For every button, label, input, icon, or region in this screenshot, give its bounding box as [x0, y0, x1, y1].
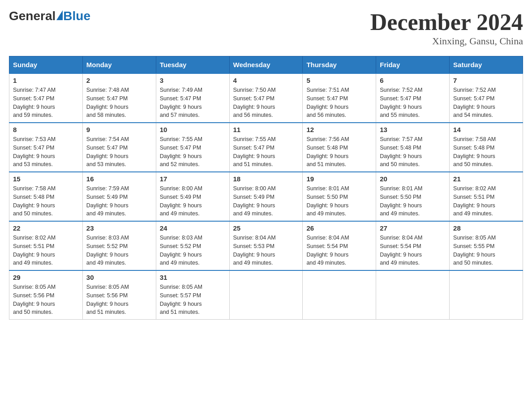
logo-general-text: General	[9, 9, 56, 23]
day-number: 23	[86, 224, 152, 232]
calendar-day-cell: 30 Sunrise: 8:05 AM Sunset: 5:56 PM Dayl…	[82, 270, 156, 320]
day-info: Sunrise: 7:56 AM Sunset: 5:48 PM Dayligh…	[306, 135, 372, 169]
calendar-day-cell: 25 Sunrise: 8:04 AM Sunset: 5:53 PM Dayl…	[229, 221, 303, 270]
day-number: 7	[453, 77, 519, 84]
day-number: 1	[13, 77, 79, 84]
calendar-day-cell: 17 Sunrise: 8:00 AM Sunset: 5:49 PM Dayl…	[156, 172, 229, 221]
calendar-day-cell: 12 Sunrise: 7:56 AM Sunset: 5:48 PM Dayl…	[303, 123, 376, 172]
calendar-day-cell: 19 Sunrise: 8:01 AM Sunset: 5:50 PM Dayl…	[303, 172, 376, 221]
location-title: Xinxing, Gansu, China	[370, 35, 523, 47]
calendar-week-row: 8 Sunrise: 7:53 AM Sunset: 5:47 PM Dayli…	[9, 123, 523, 172]
day-info: Sunrise: 7:54 AM Sunset: 5:47 PM Dayligh…	[86, 135, 152, 169]
day-number: 8	[13, 126, 79, 133]
calendar-day-cell: 2 Sunrise: 7:48 AM Sunset: 5:47 PM Dayli…	[82, 73, 156, 123]
calendar-week-row: 29 Sunrise: 8:05 AM Sunset: 5:56 PM Dayl…	[9, 270, 523, 320]
day-info: Sunrise: 8:02 AM Sunset: 5:51 PM Dayligh…	[13, 234, 79, 267]
day-info: Sunrise: 7:59 AM Sunset: 5:49 PM Dayligh…	[86, 184, 152, 218]
day-info: Sunrise: 7:48 AM Sunset: 5:47 PM Dayligh…	[86, 86, 152, 120]
weekday-header-tuesday: Tuesday	[156, 56, 229, 74]
calendar-day-cell	[376, 270, 450, 320]
day-info: Sunrise: 8:03 AM Sunset: 5:52 PM Dayligh…	[160, 234, 226, 267]
calendar-week-row: 15 Sunrise: 7:58 AM Sunset: 5:48 PM Dayl…	[9, 172, 523, 221]
day-number: 29	[13, 274, 79, 281]
logo-blue-part: Blue	[56, 9, 90, 23]
logo-triangle-icon	[56, 10, 63, 20]
logo-blue-text: Blue	[63, 9, 90, 23]
calendar-day-cell: 26 Sunrise: 8:04 AM Sunset: 5:54 PM Dayl…	[303, 221, 376, 270]
month-title: December 2024	[370, 9, 523, 35]
day-number: 3	[160, 77, 226, 84]
day-number: 6	[380, 77, 446, 84]
calendar-day-cell: 1 Sunrise: 7:47 AM Sunset: 5:47 PM Dayli…	[9, 73, 83, 123]
day-info: Sunrise: 8:01 AM Sunset: 5:50 PM Dayligh…	[380, 184, 446, 218]
calendar-day-cell: 6 Sunrise: 7:52 AM Sunset: 5:47 PM Dayli…	[376, 73, 450, 123]
day-info: Sunrise: 7:57 AM Sunset: 5:48 PM Dayligh…	[380, 135, 446, 169]
calendar-header-row: SundayMondayTuesdayWednesdayThursdayFrid…	[9, 56, 523, 74]
day-number: 5	[306, 77, 372, 84]
day-number: 10	[160, 126, 226, 133]
day-number: 25	[233, 224, 299, 232]
weekday-header-sunday: Sunday	[9, 56, 83, 74]
calendar-day-cell: 4 Sunrise: 7:50 AM Sunset: 5:47 PM Dayli…	[229, 73, 303, 123]
calendar-day-cell	[450, 270, 523, 320]
day-number: 9	[86, 126, 152, 133]
calendar-day-cell	[229, 270, 303, 320]
title-section: December 2024 Xinxing, Gansu, China	[370, 9, 523, 47]
day-number: 13	[380, 126, 446, 133]
calendar-day-cell: 28 Sunrise: 8:05 AM Sunset: 5:55 PM Dayl…	[450, 221, 523, 270]
day-number: 12	[306, 126, 372, 133]
day-info: Sunrise: 8:05 AM Sunset: 5:55 PM Dayligh…	[453, 234, 519, 267]
day-info: Sunrise: 8:04 AM Sunset: 5:54 PM Dayligh…	[306, 234, 372, 267]
day-info: Sunrise: 7:52 AM Sunset: 5:47 PM Dayligh…	[380, 86, 446, 120]
day-info: Sunrise: 7:47 AM Sunset: 5:47 PM Dayligh…	[13, 86, 79, 120]
day-info: Sunrise: 8:03 AM Sunset: 5:52 PM Dayligh…	[86, 234, 152, 267]
calendar-day-cell: 14 Sunrise: 7:58 AM Sunset: 5:48 PM Dayl…	[450, 123, 523, 172]
day-number: 4	[233, 77, 299, 84]
day-number: 31	[160, 274, 226, 281]
day-info: Sunrise: 8:05 AM Sunset: 5:57 PM Dayligh…	[160, 283, 226, 317]
calendar-day-cell: 9 Sunrise: 7:54 AM Sunset: 5:47 PM Dayli…	[82, 123, 156, 172]
weekday-header-friday: Friday	[376, 56, 450, 74]
calendar-day-cell: 31 Sunrise: 8:05 AM Sunset: 5:57 PM Dayl…	[156, 270, 229, 320]
day-number: 14	[453, 126, 519, 133]
day-info: Sunrise: 8:00 AM Sunset: 5:49 PM Dayligh…	[233, 184, 299, 218]
day-info: Sunrise: 8:04 AM Sunset: 5:53 PM Dayligh…	[233, 234, 299, 267]
day-info: Sunrise: 8:04 AM Sunset: 5:54 PM Dayligh…	[380, 234, 446, 267]
day-number: 27	[380, 224, 446, 232]
day-info: Sunrise: 8:01 AM Sunset: 5:50 PM Dayligh…	[306, 184, 372, 218]
day-info: Sunrise: 7:49 AM Sunset: 5:47 PM Dayligh…	[160, 86, 226, 120]
day-info: Sunrise: 7:58 AM Sunset: 5:48 PM Dayligh…	[453, 135, 519, 169]
day-info: Sunrise: 7:52 AM Sunset: 5:47 PM Dayligh…	[453, 86, 519, 120]
day-number: 30	[86, 274, 152, 281]
day-number: 18	[233, 175, 299, 183]
calendar-day-cell: 27 Sunrise: 8:04 AM Sunset: 5:54 PM Dayl…	[376, 221, 450, 270]
day-number: 26	[306, 224, 372, 232]
calendar-day-cell: 20 Sunrise: 8:01 AM Sunset: 5:50 PM Dayl…	[376, 172, 450, 221]
day-number: 21	[453, 175, 519, 183]
day-number: 22	[13, 224, 79, 232]
calendar-day-cell: 3 Sunrise: 7:49 AM Sunset: 5:47 PM Dayli…	[156, 73, 229, 123]
day-number: 19	[306, 175, 372, 183]
day-number: 2	[86, 77, 152, 84]
calendar-day-cell: 10 Sunrise: 7:55 AM Sunset: 5:47 PM Dayl…	[156, 123, 229, 172]
day-info: Sunrise: 8:05 AM Sunset: 5:56 PM Dayligh…	[86, 283, 152, 317]
day-info: Sunrise: 8:05 AM Sunset: 5:56 PM Dayligh…	[13, 283, 79, 317]
calendar-day-cell: 8 Sunrise: 7:53 AM Sunset: 5:47 PM Dayli…	[9, 123, 83, 172]
calendar-day-cell: 13 Sunrise: 7:57 AM Sunset: 5:48 PM Dayl…	[376, 123, 450, 172]
weekday-header-monday: Monday	[82, 56, 156, 74]
calendar-day-cell: 16 Sunrise: 7:59 AM Sunset: 5:49 PM Dayl…	[82, 172, 156, 221]
calendar-day-cell: 5 Sunrise: 7:51 AM Sunset: 5:47 PM Dayli…	[303, 73, 376, 123]
page-header: General Blue December 2024 Xinxing, Gans…	[9, 9, 523, 47]
day-info: Sunrise: 7:51 AM Sunset: 5:47 PM Dayligh…	[306, 86, 372, 120]
day-info: Sunrise: 8:00 AM Sunset: 5:49 PM Dayligh…	[160, 184, 226, 218]
day-number: 24	[160, 224, 226, 232]
weekday-header-thursday: Thursday	[303, 56, 376, 74]
calendar-day-cell	[303, 270, 376, 320]
day-info: Sunrise: 7:53 AM Sunset: 5:47 PM Dayligh…	[13, 135, 79, 169]
day-number: 15	[13, 175, 79, 183]
calendar-week-row: 22 Sunrise: 8:02 AM Sunset: 5:51 PM Dayl…	[9, 221, 523, 270]
calendar-day-cell: 18 Sunrise: 8:00 AM Sunset: 5:49 PM Dayl…	[229, 172, 303, 221]
calendar-day-cell: 21 Sunrise: 8:02 AM Sunset: 5:51 PM Dayl…	[450, 172, 523, 221]
calendar-week-row: 1 Sunrise: 7:47 AM Sunset: 5:47 PM Dayli…	[9, 73, 523, 123]
calendar-day-cell: 23 Sunrise: 8:03 AM Sunset: 5:52 PM Dayl…	[82, 221, 156, 270]
